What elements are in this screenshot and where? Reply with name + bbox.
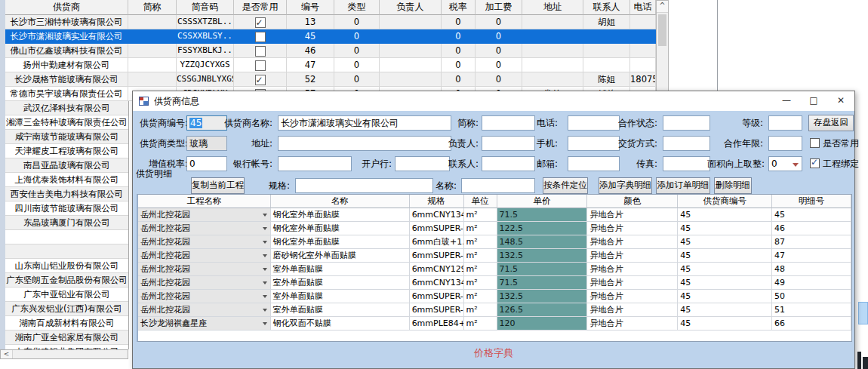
supplier-row[interactable]: 广东兴发铝业(江西)有限公司 [5, 302, 128, 316]
detail-row[interactable]: 岳州北控花园钢化室外单面贴膜6mmCNY134镀膜钢化m²71.5异地合片454… [138, 208, 851, 222]
supplier-row[interactable]: 山东南山铝业股份有限公司 [5, 259, 128, 273]
spec-filter-input[interactable] [295, 178, 433, 193]
delete-detail-button[interactable]: 删除明细 [714, 177, 752, 194]
column-header[interactable]: 地址 [522, 0, 583, 15]
background-artifact [863, 357, 868, 369]
detail-row[interactable]: 长沙龙湖祺鑫星座钢化双面不贴膜6mmPLE84+12A(硅酮胶...m²120异… [138, 317, 851, 331]
scroll-left-icon[interactable]: < [1, 350, 13, 358]
minimize-button[interactable]: — [773, 91, 800, 110]
supplier-row[interactable]: 咸宁南玻节能玻璃有限公司 [5, 130, 128, 144]
detail-row[interactable]: 岳州北控花园室外单面贴膜6mmSUPER-III+12A(硅...m²126.5… [138, 303, 851, 317]
grid-column-header[interactable]: 名称 [271, 195, 410, 208]
project-combo[interactable]: 岳州北控花园 [138, 222, 271, 235]
supplier-row[interactable] [5, 244, 128, 259]
supplier-row[interactable] [5, 230, 128, 244]
scrollbar-thumb[interactable] [658, 14, 666, 46]
supplier-no-field[interactable]: 45 [186, 115, 227, 131]
supplier-row[interactable]: 湘潭三金特种玻璃有限责任公司 [5, 115, 128, 130]
horizontal-scrollbar[interactable]: < [0, 349, 128, 359]
project-combo[interactable]: 岳州北控花园 [138, 276, 271, 290]
delivery-field[interactable] [663, 136, 710, 151]
column-header[interactable]: 加工费 [476, 0, 522, 15]
add-order-detail-button[interactable]: 添加订单明细 [656, 177, 710, 194]
common-checkbox[interactable] [255, 32, 266, 42]
form-icon [139, 97, 149, 106]
scroll-up-icon[interactable]: ^ [657, 1, 668, 13]
column-header[interactable]: 编号 [287, 0, 334, 15]
close-button[interactable]: ✕ [827, 91, 854, 110]
grid-column-header[interactable]: 单价 [497, 195, 588, 208]
supplier-row[interactable]: 武汉亿泽科技有限公司 [5, 101, 128, 115]
supplier-row[interactable]: 西安佳吉美电力科技有限公司 [5, 187, 128, 201]
coop-years-field[interactable] [768, 136, 802, 151]
supplier-row[interactable]: 南昌亚晶玻璃有限公司 [5, 158, 128, 173]
copy-project-button[interactable]: 复制当前工程 [191, 177, 245, 194]
bank-no-field[interactable] [278, 156, 352, 171]
project-combo[interactable]: 岳州北控花园 [138, 263, 271, 276]
column-header[interactable]: 是否常用 [234, 0, 287, 15]
column-header[interactable]: 联系人 [583, 0, 630, 15]
grid-column-header[interactable]: 颜色 [587, 195, 678, 208]
column-header[interactable]: 类型 [334, 0, 380, 15]
supplier-row[interactable]: 湖南百成新材料有限公司 [5, 316, 128, 331]
supplier-row[interactable]: 湖南广亚全铝家居有限公司 [5, 331, 128, 345]
supplier-row[interactable]: 佛山市亿鑫玻璃科技有限公司FSSYXBLKJ..46000 [5, 44, 656, 58]
detail-row[interactable]: 岳州北控花园磨砂钢化室外单面贴膜6mmSUPER-III+12A(硅...m²1… [138, 249, 851, 263]
project-combo[interactable]: 长沙龙湖祺鑫星座 [138, 317, 271, 331]
grid-column-header[interactable]: 工程名称 [138, 195, 271, 208]
project-bind-checkbox[interactable] [810, 158, 820, 168]
column-header[interactable]: 税率 [442, 0, 476, 15]
name-filter-input[interactable] [461, 178, 535, 193]
locate-button[interactable]: 按条件定位 [543, 177, 588, 194]
supplier-row[interactable]: 四川南玻节能玻璃有限公司 [5, 201, 128, 216]
detail-row[interactable]: 岳州北控花园室外单面贴膜6mmCNY134镀膜钢化m²71.5异地合片4549 [138, 276, 851, 290]
grid-column-header[interactable]: 规格 [410, 195, 464, 208]
common-use-checkbox[interactable] [810, 138, 820, 148]
detail-row[interactable]: 岳州北控花园钢化室外单面贴膜6mm白玻+1.14PVB+6mm...m²148.… [138, 235, 851, 249]
project-combo[interactable]: 岳州北控花园 [138, 303, 271, 317]
column-header[interactable]: 供货商 [5, 0, 128, 15]
vertical-scrollbar[interactable]: ^ [656, 0, 669, 92]
supplier-row[interactable]: 长沙晟格节能玻璃有限公司CSSGJNBLYXGS52000陈姐180751 [5, 72, 656, 87]
project-combo[interactable]: 岳州北控花园 [138, 235, 271, 249]
common-checkbox[interactable] [255, 60, 266, 71]
column-header[interactable]: 电话 [630, 0, 656, 15]
add-dict-detail-button[interactable]: 添加字典明细 [599, 177, 652, 194]
address-field[interactable] [278, 136, 451, 151]
bank-field[interactable] [395, 156, 450, 171]
supplier-row[interactable]: 长沙市潇湘玻璃实业有限公司CSSXXBLSY..45000 [5, 29, 656, 44]
maximize-button[interactable]: □ [800, 91, 827, 110]
supplier-type-field[interactable]: 玻璃 [186, 136, 227, 151]
column-header[interactable]: 简称 [128, 0, 177, 15]
supplier-row[interactable]: 东晶玻璃厦门有限公司 [5, 216, 128, 230]
detail-row[interactable]: 岳州北控花园钢化室外单面贴膜6mmSUPER-III+12A(硅...m²122… [138, 222, 851, 235]
area-round-combo[interactable]: 0 [768, 156, 802, 171]
supplier-row[interactable]: 长沙市三湘特种玻璃有限公司CSSSXTZBL..13000胡姐 [5, 15, 656, 29]
project-combo[interactable]: 岳州北控花园 [138, 290, 271, 303]
column-header[interactable]: 负责人 [380, 0, 442, 15]
column-header[interactable]: 简音码 [177, 0, 234, 15]
dialog-titlebar[interactable]: 供货商信息 — □ ✕ [133, 91, 854, 111]
supplier-name-field[interactable]: 长沙市潇湘玻璃实业有限公司 [278, 115, 451, 131]
project-combo[interactable]: 岳州北控花园 [138, 249, 271, 263]
project-bind-label: 工程绑定 [823, 158, 859, 169]
grid-column-header[interactable]: 单位 [464, 195, 497, 208]
grid-column-header[interactable]: 供货商编号 [678, 195, 772, 208]
detail-row[interactable]: 岳州北控花园室外单面贴膜6mmSUPER-III+12A(硅...m²132.5… [138, 290, 851, 303]
common-checkbox[interactable] [255, 75, 266, 85]
supplier-row[interactable]: 广东中亚铝业有限公司 [5, 288, 128, 302]
project-combo[interactable]: 岳州北控花园 [138, 208, 271, 222]
coop-status-field[interactable] [663, 115, 710, 131]
supplier-row[interactable]: 上海优泰装饰材料有限公司 [5, 173, 128, 187]
grade-field[interactable] [768, 115, 802, 131]
detail-row[interactable]: 岳州北控花园室外单面贴膜6mmCNY129B镀膜钢化m²71.5异地合片4548 [138, 263, 851, 276]
grid-column-header[interactable]: 明细号 [772, 195, 851, 208]
common-checkbox[interactable] [255, 46, 266, 57]
save-return-button[interactable]: 存盘返回 [808, 115, 854, 131]
supplier-row[interactable]: 扬州中勤建材有限公司YZZQJCYXGS47000 [5, 58, 656, 72]
grid-cell: 室外单面贴膜 [271, 276, 410, 290]
vat-field[interactable]: 0 [186, 156, 227, 171]
supplier-row[interactable]: 广东坚朗五金制品股份有限公司 [5, 273, 128, 288]
common-checkbox[interactable] [255, 17, 266, 28]
supplier-row[interactable]: 天津耀皮工程玻璃有限公司 [5, 144, 128, 158]
